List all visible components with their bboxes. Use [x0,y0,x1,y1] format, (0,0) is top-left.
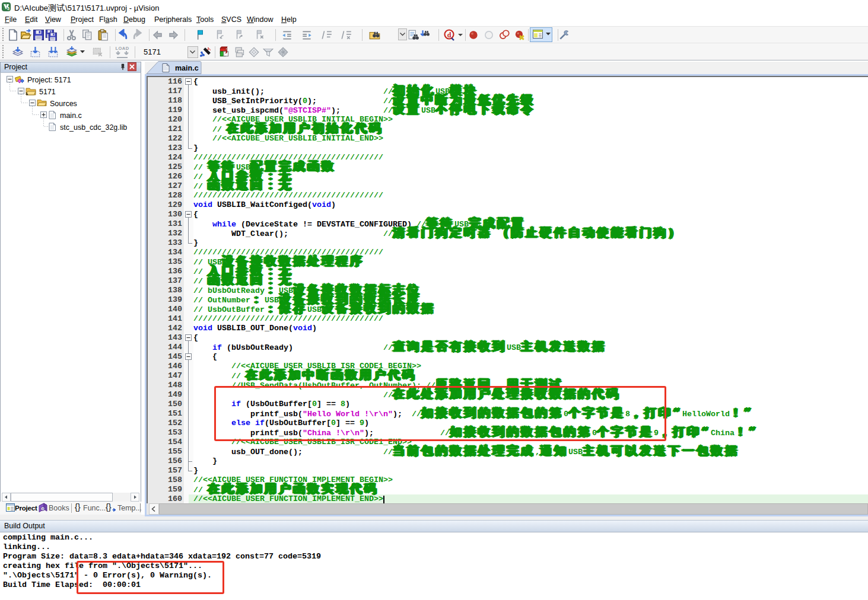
svg-text:d: d [447,31,452,39]
svg-text:LOAD: LOAD [115,46,129,51]
svg-text:?: ? [42,507,44,512]
svg-text:5: 5 [7,7,9,11]
